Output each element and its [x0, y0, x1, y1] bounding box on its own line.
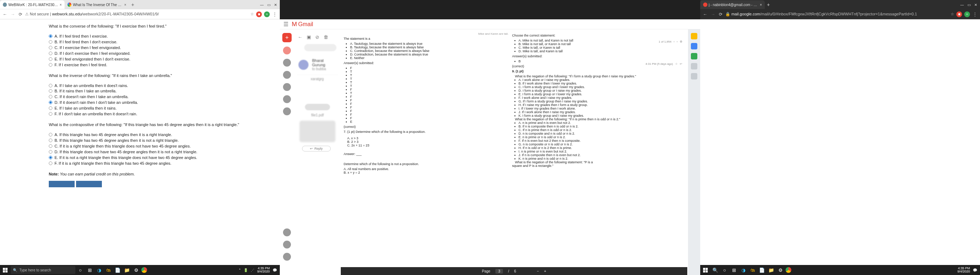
start-button[interactable] [700, 265, 710, 275]
min-icon[interactable]: — [960, 3, 964, 7]
taskview-icon[interactable]: ⊞ [85, 266, 94, 274]
settings-icon[interactable]: ⚙ [776, 266, 785, 274]
option-d[interactable]: D. If I don't exercise then I feel envig… [49, 51, 274, 57]
radio-icon[interactable] [49, 84, 52, 87]
word-icon[interactable]: 📄 [113, 266, 122, 274]
clock[interactable]: 4:35 PM9/4/2020 [958, 267, 970, 273]
reply-button[interactable]: ↩Reply [302, 146, 331, 152]
max-icon[interactable]: ▭ [267, 3, 270, 7]
back-icon[interactable]: ← [2, 12, 8, 17]
max-icon[interactable]: ▭ [967, 3, 970, 7]
close-tab-icon[interactable]: × [124, 3, 126, 7]
search-icon[interactable]: 🔍 [711, 266, 719, 274]
tasks-icon[interactable] [691, 53, 697, 59]
url-field[interactable]: ⚠ Not secure | webwork.stu.edu/webwork2/… [25, 12, 248, 16]
clock[interactable]: 4:35 PM9/4/2020 [257, 267, 270, 273]
radio-icon[interactable] [49, 57, 52, 61]
option-a[interactable]: A. If this triangle has two 45 degree an… [49, 132, 274, 138]
radio-icon[interactable] [49, 106, 52, 110]
compose-button[interactable]: + [282, 33, 292, 42]
radio-icon[interactable] [49, 34, 52, 38]
option-c[interactable]: C. If it doesn't rain then I take an umb… [49, 94, 274, 100]
back-icon[interactable]: ← [298, 34, 302, 40]
chrome-icon[interactable] [142, 267, 147, 273]
sent-icon[interactable] [283, 83, 291, 91]
more-icon[interactable] [283, 107, 291, 115]
ext-icon[interactable]: ◼ [256, 11, 262, 17]
option-a[interactable]: A. If I take an umbrella then it does't … [49, 83, 274, 89]
cortana-icon[interactable]: ○ [720, 266, 729, 274]
radio-icon[interactable] [49, 161, 52, 165]
notif-icon[interactable]: 💬 [973, 268, 977, 272]
hangouts-icon[interactable] [283, 228, 291, 236]
zoom-in-icon[interactable]: + [544, 269, 546, 273]
battery-icon[interactable]: 🔋 [243, 268, 248, 272]
phone-icon[interactable] [283, 253, 291, 261]
reload-icon[interactable]: ⟳ [18, 12, 23, 17]
delete-icon[interactable]: 🗑 [323, 34, 328, 40]
close-tab-icon[interactable]: × [60, 3, 62, 7]
option-b[interactable]: B. If this triangle has two 45 degree an… [49, 138, 274, 144]
back-icon[interactable]: ← [702, 12, 708, 17]
menu-icon[interactable]: ⋮ [972, 12, 978, 17]
reload-icon[interactable]: ⟳ [718, 12, 723, 17]
close-icon[interactable]: ✕ [274, 3, 277, 7]
radio-icon[interactable] [49, 95, 52, 98]
radio-icon[interactable] [49, 40, 52, 44]
spam-icon[interactable]: ⊘ [315, 34, 319, 40]
starred-icon[interactable] [283, 59, 291, 66]
mail-item[interactable]: Bharat Gurung to bubba [297, 55, 338, 75]
inbox-icon[interactable] [283, 47, 291, 54]
menu-icon[interactable]: ☰ [283, 21, 288, 28]
addon-icon[interactable] [691, 73, 697, 79]
radio-icon[interactable] [49, 144, 52, 148]
option-e[interactable]: E. If it is not a right triangle then th… [49, 155, 274, 161]
url-field[interactable]: 🔒 mail.google.com/mail/u/0/#inbox/FMfcgx… [725, 12, 948, 16]
radio-icon[interactable] [49, 52, 52, 55]
preview-button[interactable] [76, 181, 102, 187]
chrome-icon[interactable] [786, 267, 791, 273]
option-c[interactable]: C. If I exercise then I feel envigorated… [49, 45, 274, 51]
radio-icon[interactable] [49, 89, 52, 93]
explorer-icon[interactable]: 📁 [123, 266, 131, 274]
option-f[interactable]: F. If I don't take an umbrella then it d… [49, 111, 274, 117]
explorer-icon[interactable]: 📁 [767, 266, 776, 274]
close-tab-icon[interactable]: × [760, 3, 762, 7]
edge-icon[interactable]: ◑ [95, 266, 103, 274]
option-d[interactable]: D. If it doesn't rain then I don't take … [49, 100, 274, 106]
tab-gmail[interactable]: j - nabinblon4@gmail.com - Gm × [700, 0, 765, 9]
option-f[interactable]: F. If I exercise then I feel tired. [49, 62, 274, 68]
taskview-icon[interactable]: ⊞ [730, 266, 738, 274]
option-e[interactable]: E. If I take an umbrella then it rains. [49, 106, 274, 111]
tab-google-search[interactable]: What Is The Inverse Of The Follo × [65, 0, 129, 9]
addon-icon[interactable] [691, 63, 697, 70]
keep-icon[interactable] [691, 33, 697, 40]
star-icon[interactable]: ☆ [250, 12, 254, 16]
radio-icon[interactable] [49, 101, 52, 104]
notif-icon[interactable]: 💬 [273, 268, 277, 272]
hangouts-icon[interactable] [283, 241, 291, 248]
radio-icon[interactable] [49, 133, 52, 136]
radio-icon[interactable] [49, 63, 52, 66]
gmail-logo[interactable]: MGmail [292, 21, 313, 28]
jump-search[interactable] [304, 44, 336, 51]
option-f[interactable]: F. If it is a right triangle then this t… [49, 161, 274, 166]
zoom-out-icon[interactable]: − [537, 269, 539, 273]
menu-icon[interactable]: ⋮ [272, 12, 278, 17]
radio-icon[interactable] [49, 156, 52, 160]
ext-icon[interactable]: ◼ [956, 11, 962, 17]
new-tab-button[interactable]: + [765, 2, 772, 8]
radio-icon[interactable] [49, 46, 52, 49]
forward-icon[interactable]: → [10, 12, 16, 17]
tab-webwork[interactable]: WeBWorK : 20-FL-MATH2305-04 × [0, 0, 65, 9]
option-d[interactable]: D. If this triangle does not have two 45… [49, 149, 274, 155]
option-c[interactable]: C. If it is a right triangle then this t… [49, 144, 274, 149]
close-icon[interactable]: ✕ [974, 3, 977, 7]
option-e[interactable]: E. If I feel envigorated then I don't ex… [49, 57, 274, 62]
forward-icon[interactable]: → [710, 12, 716, 17]
radio-icon[interactable] [49, 150, 52, 153]
cortana-icon[interactable]: ○ [76, 266, 85, 274]
option-b[interactable]: B. If it rains then I take an umbrella. [49, 89, 274, 94]
store-icon[interactable]: 🛍 [104, 266, 113, 274]
attachment-preview[interactable] [299, 121, 336, 142]
